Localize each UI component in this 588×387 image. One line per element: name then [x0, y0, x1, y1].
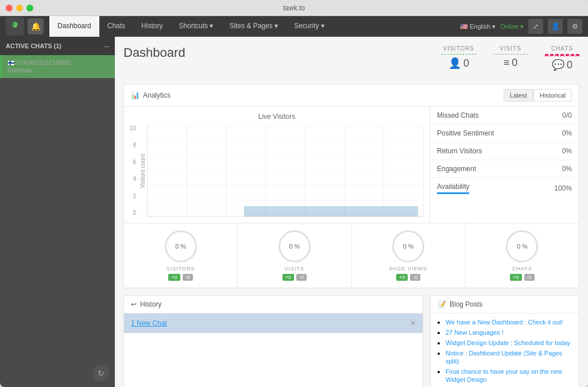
- maximize-button[interactable]: [26, 5, 33, 11]
- gauge-visits-up: +0: [283, 274, 294, 281]
- bar-chart-icon: 📊: [131, 91, 140, 99]
- list-item: 27 New Languages !: [446, 328, 572, 336]
- nav-tabs: Dashboard Chats History Shortcuts ▾ Site…: [49, 16, 332, 37]
- gauge-chats-circle: 0 %: [506, 230, 538, 262]
- y-label-8: 8: [133, 142, 137, 148]
- chart-col-1: [148, 125, 187, 216]
- profile-button[interactable]: 👤: [548, 19, 563, 34]
- gear-icon: ⚙: [572, 22, 578, 30]
- notifications-button[interactable]: 🔔: [28, 18, 44, 34]
- tab-dashboard[interactable]: Dashboard: [49, 16, 99, 37]
- tab-history[interactable]: History: [133, 16, 171, 37]
- chats-icon: 💬: [552, 59, 564, 71]
- gauge-chats-label: CHATS: [470, 266, 574, 272]
- gauge-visitors-up: +0: [168, 274, 180, 281]
- history-close-button[interactable]: ✕: [410, 319, 416, 327]
- gauge-visits-value: 0 %: [289, 243, 300, 250]
- tab-chats[interactable]: Chats: [99, 16, 133, 37]
- analytics-tabs: Latest Historical: [504, 89, 572, 102]
- y-label-4: 4: [133, 176, 137, 182]
- close-button[interactable]: [6, 5, 13, 11]
- chat-name: Rollemaa: [7, 67, 109, 73]
- chat-item[interactable]: 🇫🇮 V1424619231349685 Rollemaa: [0, 55, 115, 78]
- refresh-icon: ↻: [98, 369, 105, 378]
- metric-return-visitors: Return Visitors 0%: [430, 142, 579, 160]
- expand-button[interactable]: ⤢: [528, 19, 543, 34]
- metric-missed-chats: Missed Chats 0/0: [430, 107, 579, 125]
- visits-line: [493, 54, 528, 55]
- window-title: tawk.to: [283, 4, 305, 12]
- tab-historical-button[interactable]: Historical: [533, 89, 572, 102]
- return-visitors-label: Return Visitors: [437, 147, 482, 155]
- refresh-button[interactable]: ↻: [93, 365, 109, 381]
- language-selector[interactable]: 🇺🇸 English ▾: [460, 23, 496, 30]
- gauge-visitors-buttons: +0 -0: [129, 274, 233, 281]
- chat-flag: 🇫🇮 V1424619231349685: [7, 60, 109, 66]
- y-axis-label: Visitors count: [140, 125, 146, 217]
- gauge-pageviews-buttons: +0 -0: [357, 274, 461, 281]
- gauge-chats-buttons: +0 -0: [470, 274, 574, 281]
- chart-col-3: [227, 125, 266, 216]
- gauge-pageviews-circle: 0 %: [392, 230, 424, 262]
- chart-wrapper: 10 8 6 4 2 0 Visitors count: [130, 125, 424, 217]
- availability-label: Availability: [437, 183, 469, 191]
- gauge-chats-up: +0: [510, 274, 521, 281]
- gauge-pageviews-value: 0 %: [403, 243, 414, 250]
- tab-shortcuts[interactable]: Shortcuts ▾: [171, 16, 221, 37]
- y-label-10: 10: [130, 125, 136, 131]
- gauge-pageviews-up: +0: [396, 274, 408, 281]
- gauge-visitors-down: -0: [183, 274, 193, 281]
- gauge-chats-value: 0 %: [517, 243, 528, 250]
- gauge-visitors-value: 0 %: [175, 243, 186, 250]
- list-item: Widget Design Update : Scheduled for tod…: [446, 339, 572, 347]
- analytics-title: 📊 Analytics: [131, 91, 171, 99]
- blog-icon: 📝: [438, 300, 446, 308]
- analytics-header: 📊 Analytics Latest Historical: [124, 84, 579, 107]
- gauge-visitors: 0 % VISITORS +0 -0: [124, 223, 238, 288]
- blog-post-2[interactable]: 27 New Languages !: [446, 329, 504, 336]
- tab-latest-button[interactable]: Latest: [504, 89, 533, 102]
- blog-post-5[interactable]: Final chance to have your say on the new…: [446, 368, 562, 383]
- positive-sentiment-value: 0%: [562, 129, 572, 137]
- minimize-button[interactable]: [16, 5, 23, 11]
- tab-security[interactable]: Security ▾: [286, 16, 332, 37]
- availability-bar: [437, 192, 469, 194]
- chats-line: [545, 54, 579, 56]
- missed-chats-label: Missed Chats: [437, 111, 479, 119]
- history-new-chat[interactable]: 1 New Chat ✕: [124, 314, 423, 333]
- nav-right: 🇺🇸 English ▾ Online ▾ ⤢ 👤 ⚙: [460, 19, 582, 34]
- language-label: English ▾: [470, 23, 496, 30]
- gauge-pageviews: 0 % PAGE VIEWS +0 -0: [352, 223, 466, 288]
- blog-post-3[interactable]: Widget Design Update : Scheduled for tod…: [446, 339, 570, 346]
- chart-area: Live Visitors 10 8 6 4 2 0 Vis: [124, 107, 430, 223]
- list-item: We have a New Dashboard : Check it out!: [446, 318, 572, 326]
- analytics-body: Live Visitors 10 8 6 4 2 0 Vis: [124, 107, 579, 223]
- bell-icon: 🔔: [31, 22, 41, 31]
- settings-button[interactable]: ⚙: [567, 19, 582, 34]
- gauge-pageviews-down: -0: [410, 274, 420, 281]
- positive-sentiment-label: Positive Sentiment: [437, 129, 494, 137]
- logo: [6, 17, 24, 36]
- gauge-row: 0 % VISITORS +0 -0 0 % VISITS: [124, 223, 579, 288]
- status-selector[interactable]: Online ▾: [500, 23, 524, 30]
- metrics-panel: Missed Chats 0/0 Positive Sentiment 0% R…: [430, 107, 579, 223]
- blog-post-4[interactable]: Notice : Dashboard Update (Site & Pages …: [446, 350, 562, 365]
- visitors-icon: 👤: [448, 57, 461, 69]
- gauge-visits: 0 % VISITS +0 -0: [238, 223, 351, 288]
- chats-label: CHATS: [551, 45, 573, 52]
- chart-canvas: [147, 125, 424, 217]
- chats-value: 💬 0: [552, 59, 572, 71]
- tab-sites[interactable]: Sites & Pages ▾: [221, 16, 286, 37]
- gauge-visitors-label: VISITORS: [129, 266, 233, 272]
- gauge-visits-label: VISITS: [242, 266, 346, 272]
- history-new-chat-link[interactable]: 1 New Chat: [131, 319, 167, 327]
- sidebar-minimize-button[interactable]: –: [105, 41, 109, 51]
- chart-col-7: [384, 125, 424, 216]
- title-bar: tawk.to: [0, 0, 588, 16]
- y-label-0: 0: [133, 210, 137, 216]
- blog-post-1[interactable]: We have a New Dashboard : Check it out!: [446, 319, 563, 326]
- chart-title: Live Visitors: [130, 113, 424, 121]
- sidebar-footer: ↻: [0, 359, 115, 387]
- page-title: Dashboard: [123, 45, 185, 60]
- gauge-chats: 0 % CHATS +0 -0: [466, 223, 579, 288]
